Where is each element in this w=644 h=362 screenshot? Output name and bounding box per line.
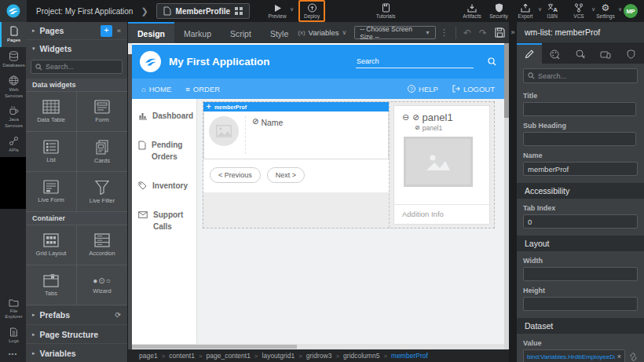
list-item-template[interactable]: ⊘ Name	[203, 112, 389, 159]
page-structure-section-header[interactable]: ▸ Page Structure	[26, 324, 127, 343]
widgets-section-header[interactable]: ▾ Widgets	[26, 39, 127, 57]
breadcrumb-gridrow3[interactable]: gridrow3	[306, 352, 332, 360]
sidebar-item-file-explorer[interactable]: File Explorer	[0, 294, 26, 324]
bind-link-icon[interactable]	[629, 353, 638, 361]
chevron-down-icon[interactable]: ∨	[618, 6, 622, 13]
tab-events[interactable]	[568, 43, 593, 64]
save-icon[interactable]	[491, 27, 509, 38]
prefabs-section-header[interactable]: ▸ Prefabs ⟳	[26, 305, 127, 324]
chevron-down-icon[interactable]: ∨	[290, 6, 294, 13]
wavemaker-logo[interactable]	[0, 0, 27, 22]
grid-column-panel[interactable]: ⊖ ⊘ panel1 ⊘ panel1	[390, 102, 494, 228]
sidebar-item-java-services[interactable]: Java Services	[0, 102, 26, 132]
tab-design[interactable]: Design	[128, 22, 174, 43]
add-page-button[interactable]: +	[101, 25, 112, 37]
tab-devices[interactable]	[593, 43, 618, 64]
i18n-button[interactable]: A I18N	[539, 0, 565, 22]
widget-tile-wizard[interactable]: ●⊙○ Wizard	[77, 265, 127, 305]
pages-section-header[interactable]: ▸ Pages + «	[26, 22, 127, 39]
export-button[interactable]: Export ∨	[512, 0, 539, 22]
artifacts-button[interactable]: Artifacts	[459, 0, 485, 22]
list-widget-memberprof[interactable]: ✛ memberProf	[203, 102, 390, 228]
widget-tile-accordion[interactable]: Accordion	[77, 225, 127, 265]
screen-size-select[interactable]: -- Choose Screen Size -- ▼	[354, 26, 436, 39]
nav-order[interactable]: ≡ ORDER	[185, 85, 220, 93]
breadcrumb-layoutgrid1[interactable]: layoutgrid1	[262, 352, 295, 360]
sidebar-item-logs[interactable]: Logs	[0, 324, 26, 348]
sidenav-support-calls[interactable]: Support Calls	[138, 209, 190, 232]
tab-properties[interactable]	[517, 43, 542, 64]
vcs-button[interactable]: VCS ∨	[565, 0, 592, 22]
panel1-widget[interactable]: ⊖ ⊘ panel1 ⊘ panel1	[393, 105, 490, 225]
canvas-horizontal-scrollbar[interactable]	[132, 344, 504, 349]
page-tab[interactable]: MemberProfile	[156, 3, 250, 19]
preview-button[interactable]: Preview ∨	[264, 0, 291, 22]
list-item-name-cell[interactable]: ⊘ Name	[245, 116, 383, 154]
more-options-icon[interactable]: ⋮	[436, 27, 452, 38]
sidenav-dashboard[interactable]: Dashboard	[138, 110, 190, 122]
breadcrumb-gridcolumn5[interactable]: gridcolumn5	[343, 352, 379, 360]
tab-security[interactable]	[619, 43, 644, 64]
app-search-input[interactable]: Search	[356, 56, 474, 68]
breadcrumb-memberprof[interactable]: memberProf	[391, 352, 428, 360]
breadcrumb-page-content1[interactable]: page_content1	[207, 352, 251, 360]
panel1-image-placeholder[interactable]	[404, 137, 473, 187]
user-avatar[interactable]: MP	[624, 4, 638, 18]
settings-button[interactable]: ⚙ Settings ∨	[592, 0, 619, 22]
widget-tile-list[interactable]: List	[26, 132, 76, 171]
selected-grid-column[interactable]: ✛ memberProf	[203, 101, 495, 229]
widget-tile-grid-layout[interactable]: Grid Layout	[26, 225, 76, 265]
widget-tile-cards[interactable]: Cards	[77, 132, 127, 171]
sidebar-item-web-services[interactable]: Web Services	[0, 71, 26, 102]
panel-toggle-icon[interactable]: ⊖	[402, 112, 409, 122]
app-header[interactable]: My First Application Search	[132, 45, 504, 79]
undo-icon[interactable]: ↶	[459, 27, 475, 38]
refresh-icon[interactable]: ⟳	[115, 311, 121, 319]
tab-markup[interactable]: Markup	[174, 22, 221, 43]
tab-styles[interactable]	[542, 43, 567, 64]
value-binding-input[interactable]: bind:Variables.HrdbEmployeeData.data ×	[523, 349, 625, 362]
deploy-button[interactable]: Deploy	[298, 0, 325, 22]
tab-index-field-input[interactable]	[523, 214, 638, 229]
list-widget-header[interactable]: ✛ memberProf	[203, 102, 389, 112]
more-icon[interactable]: •••	[0, 347, 26, 362]
widget-tile-data-table[interactable]: Data Table	[26, 92, 76, 131]
breadcrumb-content1[interactable]: content1	[169, 352, 195, 360]
redo-icon[interactable]: ↷	[475, 27, 491, 38]
widget-tile-tabs[interactable]: Tabs	[26, 265, 76, 305]
nav-help[interactable]: ? HELP	[408, 85, 438, 93]
widget-search-input[interactable]: Search...	[31, 60, 123, 74]
next-button[interactable]: Next >	[267, 167, 305, 183]
title-field-input[interactable]	[523, 102, 636, 116]
nav-logout[interactable]: LOGOUT	[452, 85, 495, 93]
widget-tile-live-filter[interactable]: Live Filter	[77, 172, 127, 211]
sidebar-item-databases[interactable]: Databases	[0, 47, 26, 72]
panel1-header[interactable]: ⊖ ⊘ panel1	[394, 106, 489, 123]
sidenav-pending-orders[interactable]: Pending Orders	[138, 139, 190, 163]
drag-handle-icon[interactable]: ✛	[207, 104, 211, 110]
widget-tile-live-form[interactable]: Live Form	[26, 172, 76, 211]
canvas-vertical-scrollbar[interactable]	[504, 43, 509, 349]
sidebar-item-apis[interactable]: APIs	[0, 132, 26, 157]
width-field-input[interactable]	[523, 267, 638, 281]
list-item-image-placeholder[interactable]	[209, 116, 239, 146]
tab-script[interactable]: Script	[221, 22, 261, 43]
breadcrumb-page1[interactable]: page1	[139, 352, 158, 360]
name-field-input[interactable]	[523, 162, 638, 176]
height-field-input[interactable]	[523, 297, 638, 311]
page-content-area[interactable]: ✛ memberProf	[197, 99, 504, 344]
variables-dropdown[interactable]: (x) Variables ∨	[298, 28, 346, 37]
previous-button[interactable]: < Previous	[210, 167, 261, 183]
sidenav-inventory[interactable]: Inventory	[138, 180, 190, 192]
variables-section-header[interactable]: ▸ Variables	[26, 343, 127, 362]
collapse-panel-icon[interactable]: «	[117, 27, 121, 35]
properties-search-input[interactable]: Search...	[523, 68, 638, 83]
nav-home[interactable]: ⌂ HOME	[141, 85, 171, 93]
security-button[interactable]: Security	[485, 0, 512, 22]
collapse-right-panel-icon[interactable]: »	[510, 28, 514, 362]
subheading-field-input[interactable]	[523, 132, 636, 146]
widget-tile-form[interactable]: Form	[77, 92, 127, 131]
app-search-icon[interactable]	[488, 57, 496, 66]
tab-style[interactable]: Style	[261, 22, 298, 43]
sidebar-item-pages[interactable]: Pages	[0, 22, 26, 47]
